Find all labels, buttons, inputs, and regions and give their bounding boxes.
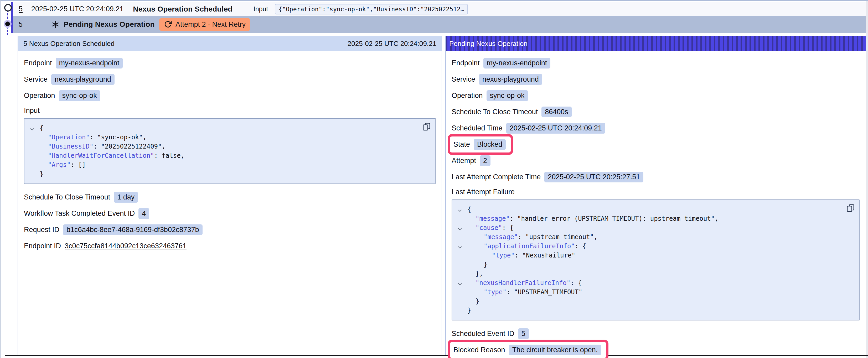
collapse-chevron-icon[interactable]: [456, 205, 467, 214]
input-preview-chip[interactable]: {"Operation":"sync-op-ok","BusinessID":"…: [275, 4, 468, 14]
code-text: "message": "handler error (UPSTREAM_TIME…: [467, 214, 718, 223]
copy-button[interactable]: [846, 204, 855, 213]
field-row-service: Servicenexus-playground: [24, 73, 436, 85]
code-text: {: [40, 124, 43, 133]
chevron-spacer: [456, 288, 467, 297]
field-row-scheduled-time: Scheduled Time2025-02-25 UTC 20:24:09.21: [452, 122, 860, 134]
code-text: "HandlerWaitForCancellation": false,: [40, 151, 184, 160]
code-line: "message": "upstream timeout",: [456, 232, 853, 242]
code-line: "applicationFailureInfo": {: [456, 242, 853, 251]
collapse-chevron-icon[interactable]: [456, 242, 467, 251]
field-value-badge: 5: [518, 328, 529, 339]
field-label: Scheduled Time: [452, 124, 502, 132]
field-label: Blocked Reason: [454, 346, 505, 354]
field-label: Workflow Task Completed Event ID: [24, 209, 135, 218]
code-line: "message": "handler error (UPSTREAM_TIME…: [456, 214, 853, 223]
field-value-badge: Blocked: [474, 139, 506, 150]
code-text: }: [467, 297, 479, 306]
vertical-scrollbar[interactable]: [866, 1, 868, 358]
field-label: Schedule To Close Timeout: [24, 193, 110, 201]
code-text: "type": "UPSTREAM_TIMEOUT": [467, 288, 583, 297]
annotation-highlight-blocked-reason: Blocked ReasonThe circuit breaker is ope…: [448, 339, 609, 358]
collapse-chevron-icon[interactable]: [456, 223, 467, 232]
code-text: "Args": []: [40, 160, 86, 169]
chevron-spacer: [456, 260, 467, 269]
field-row-endpoint: Endpointmy-nexus-endpoint: [24, 57, 436, 69]
field-row-scheduled-event-id: Scheduled Event ID5: [452, 328, 860, 339]
field-value-link[interactable]: 3c0c75ccfa8144b092c13ce632463761: [65, 242, 187, 250]
chevron-spacer: [456, 269, 467, 279]
code-line: "Args": []: [29, 160, 429, 169]
field-value-badge: 2: [480, 155, 491, 166]
code-text: }: [467, 306, 471, 315]
collapse-chevron-icon[interactable]: [29, 124, 40, 133]
field-label: State: [454, 140, 470, 149]
field-row-operation: Operationsync-op-ok: [24, 90, 436, 101]
bottom-divider-line: [5, 355, 868, 356]
event-timestamp: 2025-02-25 UTC 20:24:09.21: [31, 5, 123, 13]
code-line: "type": "UPSTREAM_TIMEOUT": [456, 288, 853, 297]
field-value-badge: 1 day: [114, 192, 138, 203]
collapse-chevron-icon[interactable]: [456, 279, 467, 288]
field-row-endpoint-id: Endpoint ID3c0c75ccfa8144b092c13ce632463…: [24, 240, 436, 252]
field-row-operation: Operationsync-op-ok: [452, 90, 860, 101]
field-label: Service: [24, 75, 48, 84]
field-label: Service: [452, 75, 475, 84]
field-label: Endpoint: [452, 59, 480, 67]
field-label: Operation: [24, 92, 55, 100]
code-label-input: Input: [24, 106, 436, 115]
code-line: {: [456, 205, 853, 214]
retry-icon: [164, 21, 172, 28]
field-value-badge: 86400s: [541, 106, 572, 117]
chevron-spacer: [456, 251, 467, 260]
code-line: }: [456, 306, 853, 315]
event-row-pending-nexus-operation[interactable]: 5 Pending Nexus Operation Attempt 2 · Ne…: [13, 16, 866, 33]
field-value-badge: 4: [138, 208, 149, 219]
timeline-hollow-dot[interactable]: [4, 4, 12, 11]
chevron-spacer: [29, 151, 40, 160]
panel-title: Pending Nexus Operation: [449, 40, 528, 48]
pending-panel-body: Endpointmy-nexus-endpointServicenexus-pl…: [446, 51, 866, 356]
code-text: }: [40, 169, 43, 179]
code-line: },: [456, 269, 853, 279]
event-id-link[interactable]: 5: [19, 5, 23, 13]
field-value-badge: my-nexus-endpoint: [484, 58, 551, 68]
field-row-blocked-reason: Blocked ReasonThe circuit breaker is ope…: [452, 344, 860, 356]
field-label: Endpoint: [24, 59, 52, 67]
field-row-state: StateBlocked: [452, 138, 860, 150]
attempt-retry-badge: Attempt 2 · Next Retry: [159, 19, 250, 31]
code-text: "type": "NexusFailure": [467, 251, 575, 260]
code-text: "cause": {: [467, 223, 514, 232]
code-line: "HandlerWaitForCancellation": false,: [29, 151, 429, 160]
code-text: {: [467, 205, 471, 214]
panel-title: 5 Nexus Operation Scheduled: [23, 40, 115, 48]
chevron-spacer: [29, 133, 40, 142]
code-line: "type": "NexusFailure": [456, 251, 853, 260]
copy-button[interactable]: [423, 123, 431, 131]
code-line: }: [456, 260, 853, 269]
field-value-badge: b1c6a4bc-8ee7-468a-9169-df3b02c8737b: [63, 224, 202, 235]
event-title: Pending Nexus Operation: [64, 20, 155, 29]
field-label: Operation: [452, 92, 483, 100]
code-line: "BusinessID": "20250225122409",: [29, 142, 429, 151]
event-id-link[interactable]: 5: [19, 21, 23, 29]
code-line: }: [29, 169, 429, 179]
field-value-badge: my-nexus-endpoint: [56, 58, 123, 68]
code-text: "message": "upstream timeout",: [467, 232, 598, 242]
field-label: Scheduled Event ID: [452, 330, 515, 338]
code-text: "BusinessID": "20250225122409",: [40, 142, 165, 151]
field-label: Endpoint ID: [24, 242, 61, 250]
timeline-filled-dot[interactable]: [4, 20, 11, 28]
chevron-spacer: [456, 214, 467, 223]
field-row-endpoint: Endpointmy-nexus-endpoint: [452, 57, 860, 69]
field-value-badge: sync-op-ok: [487, 90, 528, 101]
event-row-nexus-operation-scheduled[interactable]: 5 2025-02-25 UTC 20:24:09.21 Nexus Opera…: [13, 2, 866, 16]
scheduled-panel-body: Endpointmy-nexus-endpointServicenexus-pl…: [18, 51, 442, 252]
event-title: Nexus Operation Scheduled: [133, 5, 232, 13]
pending-asterisk-icon: [52, 21, 59, 28]
code-line: "nexusHandlerFailureInfo": {: [456, 279, 853, 288]
scheduled-panel-header: 5 Nexus Operation Scheduled 2025-02-25 U…: [18, 36, 442, 51]
attempt-retry-label: Attempt 2 · Next Retry: [176, 21, 246, 29]
field-row-service: Servicenexus-playground: [452, 73, 860, 85]
code-line: {: [29, 124, 429, 133]
